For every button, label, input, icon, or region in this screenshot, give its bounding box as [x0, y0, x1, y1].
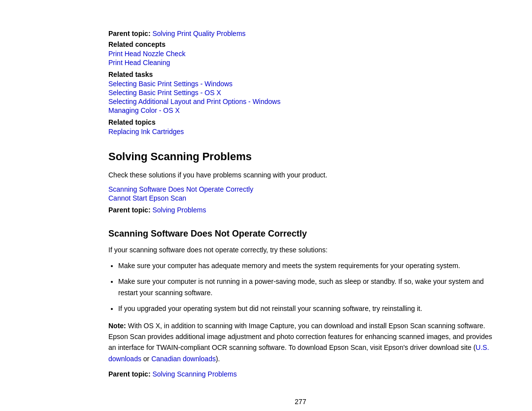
parent-topic-line: Parent topic: Solving Print Quality Prob… [108, 30, 493, 37]
page-number: 277 [108, 398, 493, 406]
solving-scanning-links: Scanning Software Does Not Operate Corre… [108, 185, 493, 202]
scanning-software-intro: If your scanning software does not opera… [108, 245, 493, 255]
related-topics-block: Related topics Replacing Ink Cartridges [108, 118, 493, 136]
selecting-additional-layout-link[interactable]: Selecting Additional Layout and Print Op… [108, 98, 493, 105]
related-tasks-block: Related tasks Selecting Basic Print Sett… [108, 70, 493, 114]
solving-problems-link[interactable]: Solving Problems [152, 206, 206, 214]
scanning-software-parent-topic: Parent topic: Solving Scanning Problems [108, 370, 493, 378]
solving-scanning-body: Check these solutions if you have proble… [108, 170, 493, 180]
scanning-software-section: Scanning Software Does Not Operate Corre… [108, 229, 493, 378]
selecting-basic-settings-windows-link[interactable]: Selecting Basic Print Settings - Windows [108, 80, 493, 88]
print-head-cleaning-link[interactable]: Print Head Cleaning [108, 59, 493, 67]
note-bold: Note: [108, 322, 126, 330]
parent-topic-link[interactable]: Solving Print Quality Problems [152, 30, 245, 37]
related-concepts-links: Print Head Nozzle Check Print Head Clean… [108, 50, 493, 67]
bullet-item: Make sure your computer is not running i… [118, 276, 493, 298]
related-topics-links: Replacing Ink Cartridges [108, 128, 493, 136]
solving-scanning-parent-label: Parent topic: [108, 206, 151, 214]
solving-scanning-parent-topic: Parent topic: Solving Problems [108, 206, 493, 214]
canadian-downloads-link[interactable]: Canadian downloads [151, 355, 216, 363]
bullet-item: If you upgraded your operating system bu… [118, 303, 493, 314]
managing-color-osx-link[interactable]: Managing Color - OS X [108, 106, 493, 114]
related-tasks-label: Related tasks [108, 70, 493, 78]
scanning-software-link[interactable]: Scanning Software Does Not Operate Corre… [108, 185, 493, 193]
parent-topic-label: Parent topic: [108, 30, 151, 37]
note-end: ). [216, 355, 220, 363]
top-related-section: Parent topic: Solving Print Quality Prob… [108, 30, 493, 136]
selecting-basic-settings-osx-link[interactable]: Selecting Basic Print Settings - OS X [108, 89, 493, 97]
related-concepts-label: Related concepts [108, 40, 493, 48]
scanning-software-heading: Scanning Software Does Not Operate Corre… [108, 229, 493, 239]
solving-scanning-problems-link[interactable]: Solving Scanning Problems [152, 370, 236, 378]
solving-scanning-section: Solving Scanning Problems Check these so… [108, 150, 493, 214]
bullet-item: Make sure your computer has adequate mem… [118, 260, 493, 271]
scanning-software-parent-label: Parent topic: [108, 370, 151, 378]
solving-scanning-heading: Solving Scanning Problems [108, 150, 493, 163]
cannot-start-epson-scan-link[interactable]: Cannot Start Epson Scan [108, 194, 493, 202]
scanning-software-bullets: Make sure your computer has adequate mem… [118, 260, 493, 314]
related-concepts-block: Related concepts Print Head Nozzle Check… [108, 40, 493, 67]
print-head-nozzle-check-link[interactable]: Print Head Nozzle Check [108, 50, 493, 58]
replacing-ink-cartridges-link[interactable]: Replacing Ink Cartridges [108, 128, 493, 136]
related-topics-label: Related topics [108, 118, 493, 126]
note-text: With OS X, in addition to scanning with … [108, 322, 492, 352]
note-block: Note: With OS X, in addition to scanning… [108, 320, 493, 365]
related-tasks-links: Selecting Basic Print Settings - Windows… [108, 80, 493, 114]
note-or: or [141, 355, 151, 363]
